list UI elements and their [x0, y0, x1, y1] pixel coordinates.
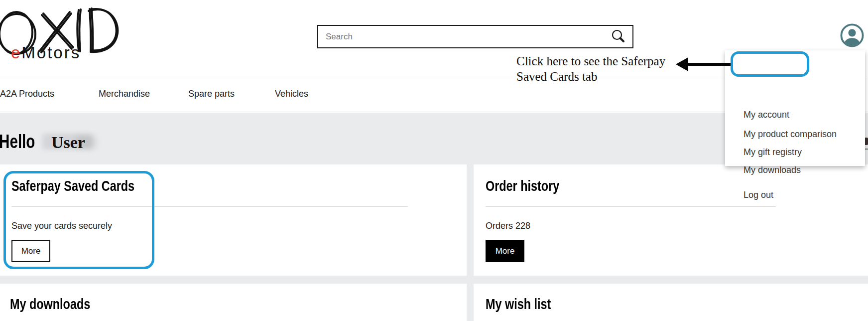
nav-item-spare-parts[interactable]: Spare parts — [188, 89, 235, 99]
card-order-history: Order history Orders 228 More — [474, 164, 868, 276]
nav-item-a2a-products[interactable]: A2A Products — [0, 89, 54, 99]
menu-item-my-downloads[interactable]: My downloads — [744, 165, 801, 175]
obscured-content-fragment — [865, 138, 868, 145]
obscured-content-fragment — [865, 149, 868, 150]
account-page: eMotors A2A Products Merchandise Spare p… — [0, 0, 868, 321]
greeting: Hello User — [0, 131, 85, 153]
annotation-arrow-icon — [675, 55, 732, 73]
card-divider — [486, 206, 776, 207]
menu-item-my-product-comparison[interactable]: My product comparison — [744, 129, 837, 140]
order-history-more-button[interactable]: More — [486, 240, 524, 262]
oxid-logo[interactable]: eMotors — [0, 3, 122, 63]
nav-item-merchandise[interactable]: Merchandise — [99, 89, 150, 99]
card-divider — [11, 206, 408, 207]
menu-item-my-gift-registry[interactable]: My gift registry — [744, 147, 802, 158]
menu-item-my-account[interactable]: My account — [744, 110, 789, 120]
annotation-text: Click here to see the Saferpay Saved Car… — [516, 53, 681, 84]
card-body-order-history: Orders 228 — [486, 221, 530, 231]
annotation-line1: Click here to see the Saferpay — [516, 53, 681, 69]
card-body-saferpay: Save your cards securely — [11, 221, 112, 231]
card-my-downloads: My downloads — [0, 284, 467, 321]
menu-item-log-out[interactable]: Log out — [744, 190, 773, 200]
greeting-user-name: User — [51, 133, 85, 152]
search-icon[interactable] — [610, 28, 626, 45]
account-circle-icon[interactable] — [840, 23, 864, 47]
card-my-wish-list: My wish list — [474, 284, 868, 321]
card-saferpay-saved-cards: Saferpay Saved Cards Save your cards sec… — [0, 164, 467, 276]
account-dropdown-menu: My account My product comparison My gift… — [725, 50, 865, 166]
card-title-saferpay: Saferpay Saved Cards — [11, 177, 134, 194]
search-input[interactable] — [318, 26, 632, 47]
logo-emotors-text: eMotors — [11, 43, 81, 62]
nav-item-vehicles[interactable]: Vehicles — [275, 89, 308, 99]
card-title-my-downloads: My downloads — [10, 296, 90, 313]
saferpay-more-button[interactable]: More — [11, 240, 50, 262]
search-box — [317, 25, 633, 48]
card-title-my-wish-list: My wish list — [486, 296, 551, 313]
card-title-order-history: Order history — [486, 177, 559, 194]
annotation-line2: Saved Cards tab — [516, 69, 681, 84]
greeting-hello: Hello — [0, 131, 35, 153]
